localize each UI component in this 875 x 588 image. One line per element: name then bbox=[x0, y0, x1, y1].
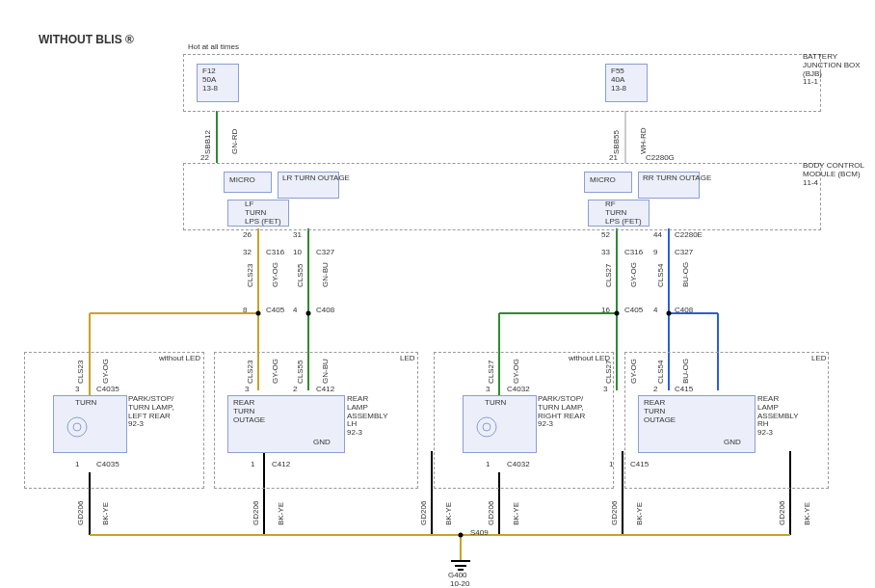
bcm-name: BODY CONTROL MODULE (BCM)11-4 bbox=[803, 162, 865, 187]
svg-point-3 bbox=[256, 311, 261, 316]
svg-point-5 bbox=[615, 311, 620, 316]
pin-22: 22 bbox=[200, 154, 209, 163]
gnrd-label: GN-RD bbox=[231, 129, 240, 154]
svg-point-11 bbox=[483, 423, 491, 431]
c2280g: C2280G bbox=[646, 154, 675, 163]
svg-point-10 bbox=[477, 417, 496, 437]
sbb55-label: SBB55 bbox=[613, 130, 622, 154]
wiring-diagram: WITHOUT BLIS ® bbox=[0, 0, 875, 588]
ground-ref: 10-20 bbox=[450, 580, 469, 588]
hot-label: Hot at all times bbox=[188, 43, 239, 52]
svg-point-6 bbox=[667, 311, 672, 316]
svg-point-9 bbox=[73, 423, 81, 431]
bjb-name: BATTERY JUNCTION BOX (BJB)11-1 bbox=[803, 53, 865, 87]
splice-s409: S409 bbox=[470, 529, 489, 538]
sbb12-label: SBB12 bbox=[204, 130, 213, 154]
svg-point-7 bbox=[459, 533, 464, 538]
svg-point-4 bbox=[306, 311, 311, 316]
svg-point-8 bbox=[67, 417, 87, 437]
whrd-label: WH-RD bbox=[640, 127, 649, 154]
bjb-box bbox=[183, 54, 821, 112]
pin-21: 21 bbox=[609, 154, 618, 163]
